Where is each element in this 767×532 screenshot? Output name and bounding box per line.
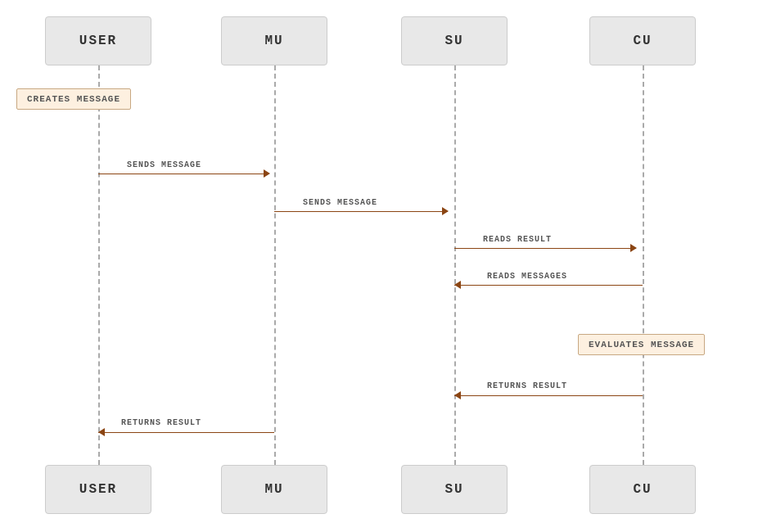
actor-cu-bottom: CU xyxy=(589,465,696,514)
sends-message-2-label: SENDS MESSAGE xyxy=(303,198,377,207)
sends-message-1-head xyxy=(264,169,270,178)
lifeline-su xyxy=(454,65,456,465)
actor-user-bottom: USER xyxy=(45,465,151,514)
returns-result-1-line xyxy=(454,395,643,396)
lifeline-user xyxy=(98,65,100,465)
reads-messages-line xyxy=(454,285,643,286)
reads-result-line xyxy=(454,248,636,249)
actor-user-top: USER xyxy=(45,16,151,65)
sends-message-1-line xyxy=(98,174,268,174)
actor-su-top: SU xyxy=(401,16,508,65)
lifeline-mu xyxy=(274,65,276,465)
reads-result-label: READS RESULT xyxy=(483,235,552,244)
returns-result-2-head xyxy=(98,428,105,436)
reads-result-head xyxy=(630,244,637,252)
returns-result-2-line xyxy=(98,432,274,433)
returns-result-1-label: RETURNS RESULT xyxy=(487,381,567,390)
sequence-diagram: USER MU SU CU CREATES MESSAGE SENDS MESS… xyxy=(0,0,767,532)
actor-su-bottom: SU xyxy=(401,465,508,514)
actor-cu-top: CU xyxy=(589,16,696,65)
reads-messages-head xyxy=(454,281,461,289)
sends-message-2-head xyxy=(442,207,449,215)
creates-message-note: CREATES MESSAGE xyxy=(16,88,131,110)
lifeline-cu xyxy=(643,65,644,465)
actor-mu-top: MU xyxy=(221,16,327,65)
returns-result-1-head xyxy=(454,391,461,399)
sends-message-1-label: SENDS MESSAGE xyxy=(127,160,201,169)
reads-messages-label: READS MESSAGES xyxy=(487,272,567,281)
evaluates-message-note: EVALUATES MESSAGE xyxy=(578,334,705,355)
actor-mu-bottom: MU xyxy=(221,465,327,514)
sends-message-2-line xyxy=(274,211,448,212)
returns-result-2-label: RETURNS RESULT xyxy=(121,418,201,427)
